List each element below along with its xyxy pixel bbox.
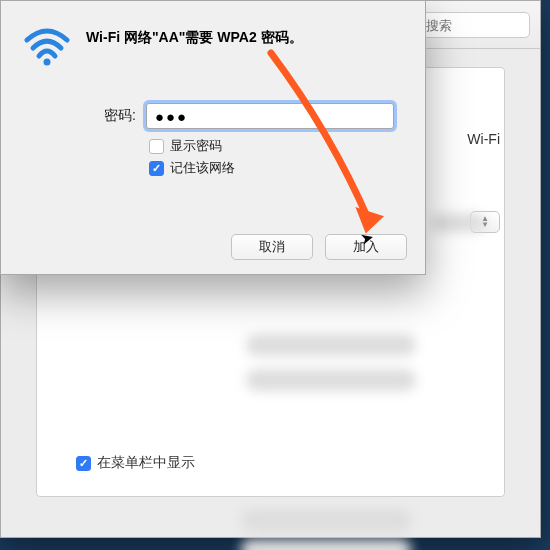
annotation-arrow [251, 43, 411, 253]
show-in-menubar-row: 在菜单栏中显示 [76, 454, 195, 472]
password-row: 密码: [86, 103, 394, 129]
wifi-password-dialog: Wi-Fi 网络"AA"需要 WPA2 密码。 密码: 显示密码 记住该网络 取… [0, 0, 426, 275]
show-password-checkbox[interactable] [149, 139, 164, 154]
dialog-content: Wi-Fi 网络"AA"需要 WPA2 密码。 密码: 显示密码 记住该网络 取… [1, 1, 425, 274]
dialog-message: Wi-Fi 网络"AA"需要 WPA2 密码。 [86, 29, 403, 47]
show-in-menubar-label: 在菜单栏中显示 [97, 454, 195, 472]
remember-network-label: 记住该网络 [170, 159, 235, 177]
remember-network-checkbox[interactable] [149, 161, 164, 176]
cancel-button[interactable]: 取消 [231, 234, 313, 260]
svg-point-0 [44, 59, 51, 66]
show-in-menubar-checkbox[interactable] [76, 456, 91, 471]
password-input[interactable] [146, 103, 394, 129]
blur-artifact [241, 509, 411, 531]
remember-network-row: 记住该网络 [149, 159, 235, 177]
password-label: 密码: [86, 107, 136, 125]
show-password-row: 显示密码 [149, 137, 222, 155]
blur-artifact [431, 214, 486, 232]
dialog-buttons: 取消 加入 [231, 234, 407, 260]
search-input[interactable] [426, 18, 521, 33]
wifi-label: Wi-Fi [467, 131, 500, 147]
show-password-label: 显示密码 [170, 137, 222, 155]
blur-artifact [246, 369, 416, 391]
blur-artifact [241, 539, 411, 550]
blur-artifact [246, 334, 416, 356]
wifi-icon [23, 26, 71, 66]
